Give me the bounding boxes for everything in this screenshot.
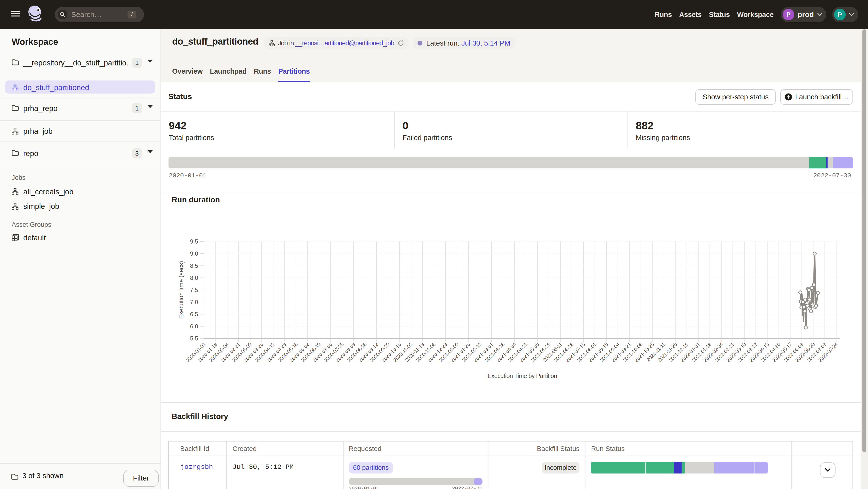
svg-text:8.0: 8.0 bbox=[190, 274, 198, 281]
svg-text:6.0: 6.0 bbox=[190, 323, 198, 330]
svg-text:8.5: 8.5 bbox=[190, 262, 198, 269]
svg-text:9.5: 9.5 bbox=[190, 238, 198, 245]
svg-text:7.5: 7.5 bbox=[190, 287, 198, 293]
svg-text:7.0: 7.0 bbox=[190, 299, 198, 305]
svg-text:Execution Time by Partition: Execution Time by Partition bbox=[488, 372, 557, 379]
svg-text:Execution time (secs): Execution time (secs) bbox=[178, 261, 185, 319]
svg-text:9.0: 9.0 bbox=[190, 250, 198, 257]
svg-text:6.5: 6.5 bbox=[190, 311, 198, 318]
svg-text:5.5: 5.5 bbox=[190, 335, 198, 342]
